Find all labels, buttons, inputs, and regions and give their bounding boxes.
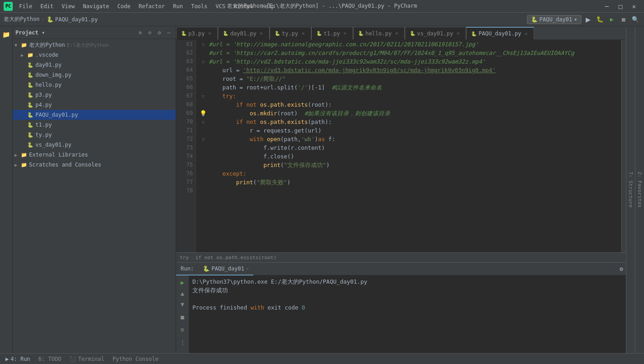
tree-item-vs-day01[interactable]: ▶ 🐍 vs_day01.py xyxy=(13,140,176,150)
add-file-icon[interactable]: ⊕ xyxy=(136,29,144,37)
run-wrap-icon[interactable]: ≡ xyxy=(177,325,187,334)
tree-item-p3[interactable]: ▶ 🐍 p3.py xyxy=(13,90,176,100)
tree-item-ext-libs[interactable]: ▶ 📁 External Libraries xyxy=(13,150,176,160)
breadcrumb: 老大的Python › 🐍 PAQU_day01.py xyxy=(4,15,98,23)
structure-label: 7: Structure xyxy=(628,172,634,207)
tab-t1[interactable]: 🐍 t1.py ✕ xyxy=(311,27,353,39)
project-panel-icon[interactable]: 📁 xyxy=(1,29,12,40)
todo-tool-btn[interactable]: 6: TODO xyxy=(35,354,65,364)
fold-icon-61[interactable]: ▽ xyxy=(200,40,207,49)
tree-item-p4[interactable]: ▶ 🐍 p4.py xyxy=(13,100,176,110)
menu-code[interactable]: Code xyxy=(114,2,134,10)
tab-vs-day01[interactable]: 🐍 vs_day01.py ✕ xyxy=(405,27,466,39)
breadcrumb-project[interactable]: 老大的Python xyxy=(4,15,39,23)
tab-p3-close[interactable]: ✕ xyxy=(206,30,213,37)
code-line-71: r = requests.get(url) xyxy=(200,126,621,135)
tab-ty-close[interactable]: ✕ xyxy=(300,30,306,37)
tab-vs-day01-close[interactable]: ✕ xyxy=(455,30,461,37)
code-line-76: except: xyxy=(200,169,621,178)
structure-panel[interactable]: 7: Structure xyxy=(626,26,635,353)
project-header-icons: ⊕ ⊖ ⚙ — xyxy=(136,29,173,37)
tab-paqu[interactable]: 🐍 PAQU_day01.py ✕ xyxy=(466,27,534,39)
run-more-icon[interactable]: ⋮ xyxy=(177,337,187,347)
tree-item-ty[interactable]: ▶ 🐍 ty.py xyxy=(13,130,176,140)
stop-button[interactable]: ■ xyxy=(619,15,629,25)
coverage-button[interactable]: ▶ xyxy=(607,15,617,25)
tab-p3[interactable]: 🐍 p3.py ✕ xyxy=(176,27,218,39)
tab-t1-close[interactable]: ✕ xyxy=(342,30,348,37)
close-button[interactable]: ✕ xyxy=(628,2,640,11)
tree-item-t1[interactable]: ▶ 🐍 t1.py xyxy=(13,120,176,130)
run-play-icon[interactable]: ▶ xyxy=(177,277,187,287)
run-config-area: 🐍 PAQU_day01 ▾ ▶ 🐛 ▶ ■ 🔍 xyxy=(527,15,640,25)
code-line-61: ▽ #url = 'http://image.nationalgeographi… xyxy=(200,40,621,49)
code-line-68: if not os.path.exists(root): xyxy=(200,100,621,109)
menu-view[interactable]: View xyxy=(58,2,79,10)
breadcrumb-file-label[interactable]: PAQU_day01.py xyxy=(55,16,98,23)
tree-item-day01[interactable]: ▶ 🐍 day01.py xyxy=(13,60,176,70)
bulb-icon-69[interactable]: 💡 xyxy=(200,109,207,118)
tabs-bar: 🐍 p3.py ✕ 🐍 day01.py ✕ 🐍 ty.py ✕ 🐍 t1.py… xyxy=(176,26,626,40)
fold-icon-70[interactable]: ▽ xyxy=(200,118,207,127)
code-line-64: url = 'http://vd3.bdstatic.com/mda-jhmgr… xyxy=(200,66,621,74)
code-line-65: root = "E://爬取//" xyxy=(200,74,621,83)
python-console-btn[interactable]: Python Console xyxy=(109,354,162,364)
tab-vs-day01-icon: 🐍 xyxy=(410,31,415,36)
menu-navigate[interactable]: Navigate xyxy=(79,2,113,10)
project-tree: ▼ 📁 老大的Python E:\老大的Python ▶ 📁 .vscode ▶… xyxy=(13,39,176,353)
menu-tools[interactable]: Tools xyxy=(187,2,211,10)
tab-day01[interactable]: 🐍 day01.py ✕ xyxy=(218,27,270,39)
code-line-72: ▽ with open(path,'wb')as f: xyxy=(200,135,621,143)
settings-icon[interactable]: ⚙ xyxy=(155,29,163,37)
tree-item-hello[interactable]: ▶ 🐍 hello.py xyxy=(13,80,176,90)
terminal-tool-btn[interactable]: ⬛ Terminal xyxy=(66,354,108,364)
run-scroll-up-icon[interactable]: ▲ xyxy=(177,288,187,298)
tab-ty-label: ty.py xyxy=(282,30,298,37)
run-tab-label: PAQU_day01 xyxy=(211,266,244,272)
tree-item-scratches[interactable]: ▶ 📁 Scratches and Consoles xyxy=(13,160,176,170)
tab-hello-close[interactable]: ✕ xyxy=(393,30,400,37)
run-tab-paqu[interactable]: 🐍 PAQU_day01 ✕ xyxy=(198,263,253,275)
tree-item-vscode[interactable]: ▶ 📁 .vscode xyxy=(13,50,176,60)
tree-root[interactable]: ▼ 📁 老大的Python E:\老大的Python xyxy=(13,40,176,50)
run-config-selector[interactable]: 🐍 PAQU_day01 ▾ xyxy=(527,15,581,24)
tab-day01-icon: 🐍 xyxy=(223,31,228,36)
tab-ty-icon: 🐍 xyxy=(275,31,280,36)
menu-vcs[interactable]: VCS xyxy=(212,2,229,10)
run-tab-close[interactable]: ✕ xyxy=(246,266,249,271)
collapse-icon[interactable]: ⊖ xyxy=(146,29,154,37)
tab-ty[interactable]: 🐍 ty.py ✕ xyxy=(270,27,311,39)
minimize-button[interactable]: ─ xyxy=(600,2,613,11)
run-settings-icon[interactable]: ⚙ xyxy=(619,266,623,272)
menu-file[interactable]: File xyxy=(15,2,36,10)
run-config-icon: 🐍 xyxy=(531,16,538,23)
code-editor[interactable]: ▽ #url = 'http://image.nationalgeographi… xyxy=(196,40,621,252)
run-output2 xyxy=(192,295,622,303)
favorites-panel[interactable]: 2: Favorites xyxy=(635,26,644,353)
search-button[interactable]: 🔍 xyxy=(630,15,640,25)
tab-hello-label: hello.py xyxy=(365,30,392,37)
menu-edit[interactable]: Edit xyxy=(37,2,57,10)
fold-icon-72[interactable]: ▽ xyxy=(200,135,207,144)
fold-icon-67[interactable]: ▽ xyxy=(200,92,207,101)
editor-scrollbar[interactable] xyxy=(621,40,626,252)
tab-paqu-close[interactable]: ✕ xyxy=(523,30,529,37)
run-output: D:\Python37\python.exe E:/老大的Python/PAQU… xyxy=(189,275,626,353)
maximize-button[interactable]: □ xyxy=(614,2,627,11)
run-scroll-down-icon[interactable]: ▼ xyxy=(177,299,187,309)
code-line-75: print("文件保存成功") xyxy=(200,161,621,169)
run-button[interactable]: ▶ xyxy=(583,15,593,25)
tree-item-paqu[interactable]: ▶ 🐍 PAQU_day01.py xyxy=(13,110,176,120)
fold-icon-63[interactable]: ▽ xyxy=(200,57,207,66)
right-side: 🐍 p3.py ✕ 🐍 day01.py ✕ 🐍 ty.py ✕ 🐍 t1.py… xyxy=(176,26,626,353)
menu-refactor[interactable]: Refactor xyxy=(135,2,168,10)
menu-run[interactable]: Run xyxy=(169,2,187,10)
hide-icon[interactable]: — xyxy=(165,29,173,37)
tab-day01-close[interactable]: ✕ xyxy=(258,30,265,37)
tab-hello[interactable]: 🐍 hello.py ✕ xyxy=(353,27,405,39)
run-tool-btn[interactable]: ▶ 4: Run xyxy=(2,354,34,364)
tree-item-down-img[interactable]: ▶ 🐍 down_img.py xyxy=(13,70,176,80)
run-stop-icon[interactable]: ■ xyxy=(177,312,187,322)
debug-button[interactable]: 🐛 xyxy=(595,15,605,25)
run-tool-label: 4: Run xyxy=(10,356,30,362)
